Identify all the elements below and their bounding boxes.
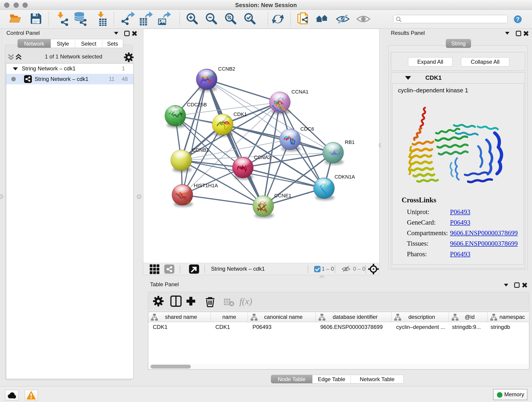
- svg-text:CDK1: CDK1: [234, 111, 247, 117]
- svg-text:CCNB2: CCNB2: [218, 66, 235, 72]
- svg-text:CCNE1: CCNE1: [274, 193, 291, 198]
- svg-text:CDKN1A: CDKN1A: [335, 174, 355, 180]
- svg-text:CCNA1: CCNA1: [291, 89, 309, 95]
- svg-text:CCNA2: CCNA2: [254, 154, 271, 160]
- svg-text:HIST1H1A: HIST1H1A: [194, 183, 218, 188]
- svg-text:CDC25B: CDC25B: [187, 102, 207, 108]
- svg-text:RB1: RB1: [345, 139, 355, 145]
- svg-text:f(x): f(x): [239, 296, 252, 306]
- svg-text:CCNB1: CCNB1: [192, 147, 209, 153]
- svg-text:CDC6: CDC6: [300, 126, 314, 132]
